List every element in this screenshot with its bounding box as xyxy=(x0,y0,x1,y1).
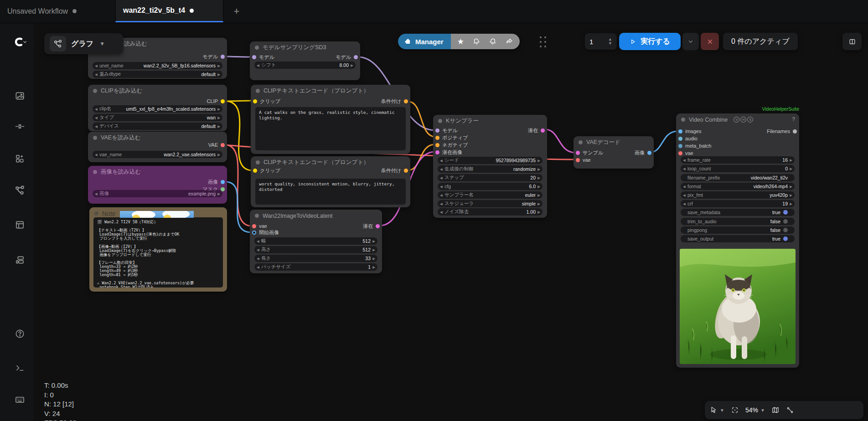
minimap-toggle-button[interactable] xyxy=(771,406,780,414)
node-video-combine[interactable]: Video Combine VHS ? images Filenames aud… xyxy=(676,113,799,368)
widget-frame-rate[interactable]: frame_rate16 xyxy=(681,156,795,164)
run-button[interactable]: 実行する xyxy=(619,33,681,50)
input-model[interactable]: モデル xyxy=(252,53,274,61)
model-port-dot[interactable] xyxy=(252,55,256,59)
star-icon[interactable]: ★ xyxy=(457,37,464,46)
toggle-off[interactable] xyxy=(783,219,788,224)
run-options-button[interactable] xyxy=(682,33,699,50)
input-model[interactable]: モデル xyxy=(435,127,458,134)
filenames-port-dot[interactable] xyxy=(793,129,797,133)
sidebar-item-terminal[interactable] xyxy=(10,358,30,378)
output-vae[interactable]: VAE xyxy=(208,141,225,149)
breadcrumb[interactable]: グラフ ▼ xyxy=(44,33,123,54)
node-load-vae[interactable]: VAEを読み込む VAE vae_namewan2.2_vae.safetens… xyxy=(88,132,227,162)
latent-port-dot[interactable] xyxy=(541,128,545,133)
conditioning-port-dot[interactable] xyxy=(404,99,408,103)
input-clip[interactable]: クリップ xyxy=(253,167,280,174)
latent-port-dot[interactable] xyxy=(376,224,380,228)
input-audio[interactable]: audio xyxy=(678,135,698,142)
output-image[interactable]: 画像 xyxy=(208,178,225,185)
zoom-level-control[interactable]: 54% ▼ xyxy=(745,406,765,414)
node-help-button[interactable]: ? xyxy=(792,116,795,123)
toggle-on[interactable] xyxy=(783,210,788,215)
toggle-on[interactable] xyxy=(783,236,788,241)
widget-weight-dtype[interactable]: 重みdtypedefault xyxy=(93,71,222,78)
widget-trim-to-audio[interactable]: trim_to_audiofalse xyxy=(681,218,795,225)
output-latent[interactable]: 潜在 xyxy=(528,127,545,134)
widget-filename-prefix[interactable]: filename_prefixvideo/wan22_ti2v xyxy=(681,174,795,181)
widget-scheduler[interactable]: スケジューラsimple xyxy=(438,200,542,207)
output-model[interactable]: モデル xyxy=(336,53,358,61)
output-filenames[interactable]: Filenames xyxy=(767,128,797,135)
widget-steps[interactable]: ステップ20 xyxy=(438,174,542,181)
chevron-down-icon[interactable]: ▼ xyxy=(99,41,105,47)
vae-port-dot[interactable] xyxy=(678,151,682,155)
notification-bell-icon[interactable] xyxy=(472,37,480,46)
widget-vae-name[interactable]: vae_namewan2.2_vae.safetensors xyxy=(93,151,222,158)
increment-arrow-icon[interactable]: ▲ xyxy=(608,38,612,41)
input-samples[interactable]: サンプル xyxy=(576,149,603,156)
input-positive[interactable]: ポジティブ xyxy=(435,134,468,141)
audio-port-dot[interactable] xyxy=(678,137,682,141)
widget-seed[interactable]: シード952789943989735 xyxy=(438,157,542,164)
node-clip-text-encode-negative[interactable]: CLIPテキストエンコード（プロンプト） クリップ 条件付け worst qua… xyxy=(251,156,410,207)
notification-bell-alt-icon[interactable] xyxy=(489,37,497,46)
clip-port-dot[interactable] xyxy=(253,169,257,173)
node-header[interactable]: Video Combine VHS xyxy=(676,113,799,126)
input-vae[interactable]: vae xyxy=(678,149,693,157)
node-model-sampling-sd3[interactable]: モデルサンプリングSD3 モデル モデル シフト8.00 xyxy=(250,41,360,80)
sidebar-item-media-assets[interactable] xyxy=(10,86,30,106)
note-text[interactable]: 🎬 Wan2.2 TI2V 5B（T4対応） 【テキスト→動画（T2V）】 Lo… xyxy=(93,217,223,288)
node-header[interactable]: 画像を読み込む xyxy=(88,166,227,178)
input-latent-image[interactable]: 潜在画像 xyxy=(435,149,462,156)
widget-clip-device[interactable]: デバイスdefault xyxy=(93,123,222,130)
widget-batch-size[interactable]: バッチサイズ1 xyxy=(254,263,377,271)
batch-count-input[interactable]: 1 ▲▼ xyxy=(585,33,617,50)
share-icon[interactable] xyxy=(505,37,513,46)
widget-image-file[interactable]: 画像example.png xyxy=(93,190,222,197)
negative-prompt-textarea[interactable]: worst quality, inconsistent motion, blur… xyxy=(255,179,406,205)
clip-port-dot[interactable] xyxy=(253,99,257,103)
node-header[interactable]: モデルサンプリングSD3 xyxy=(250,41,360,54)
node-note[interactable]: Note 🎬 Wan2.2 TI2V 5B（T4対応） 【テキスト→動画（T2V… xyxy=(89,207,227,292)
widget-save-output[interactable]: save_outputtrue xyxy=(681,235,795,242)
chevron-down-icon[interactable]: ▼ xyxy=(760,408,765,413)
widget-width[interactable]: 幅512 xyxy=(254,237,377,245)
output-conditioning[interactable]: 条件付け xyxy=(381,167,408,174)
image-port-dot[interactable] xyxy=(252,231,256,235)
model-port-dot[interactable] xyxy=(435,128,439,133)
toggle-off[interactable] xyxy=(783,228,788,232)
node-load-clip[interactable]: CLIPを読み込む CLIP clip名umt5_xxl_fp8_e4m3fn_… xyxy=(88,85,227,131)
image-port-dot[interactable] xyxy=(221,180,225,184)
widget-save-metadata[interactable]: save_metadatatrue xyxy=(681,209,795,216)
conditioning-port-dot[interactable] xyxy=(404,169,408,173)
widget-height[interactable]: 高さ512 xyxy=(254,246,377,253)
node-wan22-image-to-video-latent[interactable]: Wan22ImageToVideoLatent vae 潜在 開始画像 幅512… xyxy=(250,210,382,273)
widget-pix-fmt[interactable]: pix_fmtyuv420p xyxy=(681,191,795,199)
output-latent[interactable]: 潜在 xyxy=(363,222,380,230)
output-model[interactable]: モデル xyxy=(202,53,225,60)
node-header[interactable]: Kサンプラー xyxy=(433,115,547,127)
conditioning-port-dot[interactable] xyxy=(435,143,439,147)
sidebar-item-layout-panel[interactable] xyxy=(10,215,30,235)
sidebar-item-model-library[interactable] xyxy=(10,116,30,136)
widget-sampler-name[interactable]: サンプラー名euler xyxy=(438,191,542,199)
widget-loop-count[interactable]: loop_count0 xyxy=(681,165,795,172)
input-images[interactable]: images xyxy=(678,128,701,135)
node-header[interactable]: CLIPテキストエンコード（プロンプト） xyxy=(251,85,410,97)
chevron-down-icon[interactable]: ▼ xyxy=(720,408,724,413)
sidebar-item-shortcuts[interactable] xyxy=(10,390,30,410)
tab-active-workflow[interactable]: wan22_ti2v_5b_t4 xyxy=(115,0,223,22)
pointer-tool-button[interactable]: ▼ xyxy=(709,406,724,414)
node-load-image-bypassed[interactable]: 画像を読み込む 画像 マスク 画像example.png xyxy=(88,166,227,204)
video-preview[interactable] xyxy=(680,249,796,364)
sidebar-item-node-library[interactable] xyxy=(10,149,30,169)
output-image[interactable]: 画像 xyxy=(635,149,651,156)
side-panel-toggle-button[interactable] xyxy=(842,33,862,50)
model-port-dot[interactable] xyxy=(221,55,225,59)
widget-pingpong[interactable]: pingpongfalse xyxy=(681,226,795,234)
meta-batch-port-dot[interactable] xyxy=(678,144,682,148)
widget-clip-name[interactable]: clip名umt5_xxl_fp8_e4m3fn_scaled.safetens… xyxy=(93,105,222,113)
node-header[interactable]: VAEを読み込む xyxy=(88,132,227,144)
latent-port-dot[interactable] xyxy=(435,150,439,154)
